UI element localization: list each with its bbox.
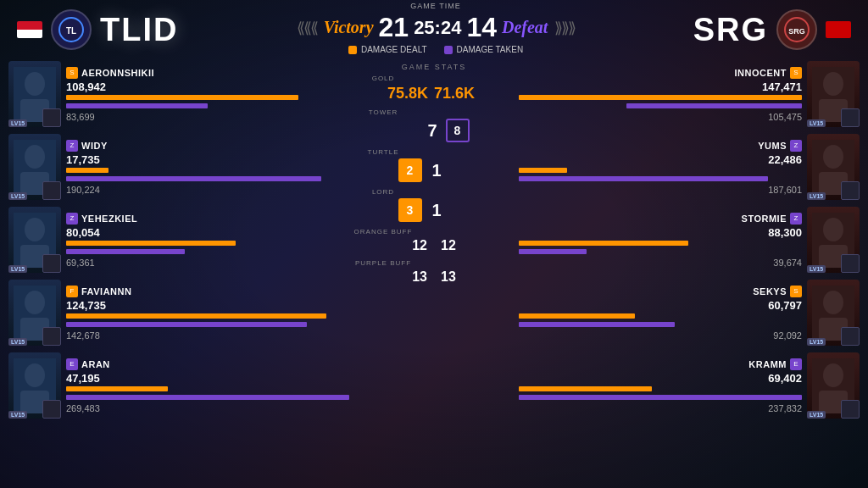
damage-taken-val: 269,483 [66, 403, 349, 413]
damage-dealt-val: 147,471 [762, 80, 802, 93]
player-name: INNOCENT [735, 68, 787, 78]
team-right: SRG SRG [693, 9, 851, 50]
player-row: LV15 E ARAN 47,195 269,483 [8, 351, 349, 420]
left-kills: 21 [379, 12, 409, 43]
level-badge: LV15 [807, 338, 826, 346]
svg-point-5 [25, 72, 45, 96]
flag-indonesia [17, 21, 42, 38]
hero-icon [841, 108, 860, 127]
player-info: S INNOCENT 147,471 105,475 [519, 67, 802, 122]
role-icon: Z [790, 213, 802, 225]
svg-point-26 [823, 218, 843, 241]
flag-malaysia [826, 21, 851, 38]
player-portrait: LV15 [8, 61, 61, 127]
player-info: E ARAN 47,195 269,483 [66, 358, 349, 413]
player-info: F FAVIANNN 124,735 142,678 [66, 286, 349, 341]
role-icon: E [790, 358, 802, 370]
player-row: LV15 Z YUMS 22,486 187,601 [519, 132, 860, 202]
player-name: AERONNSHIKII [81, 68, 154, 78]
dealt-bar [519, 95, 802, 100]
dealt-bar [66, 386, 168, 391]
dealt-bar [66, 313, 326, 319]
damage-taken-val: 190,224 [66, 185, 349, 195]
player-info: Z STORMIE 88,300 39,674 [519, 213, 802, 268]
player-row: LV15 S SEKYS 60,797 92,092 [519, 278, 860, 347]
svg-point-11 [25, 218, 45, 241]
dealt-bar [66, 95, 298, 100]
player-row: LV15 F FAVIANNN 124,735 142,678 [8, 278, 349, 347]
level-badge: LV15 [8, 265, 27, 273]
damage-dealt-val: 108,942 [66, 80, 349, 93]
damage-taken-val: 187,601 [768, 185, 802, 195]
main-grid: LV15 S AERONNSHIKII 108,942 83,699 [0, 59, 868, 420]
svg-point-23 [823, 145, 843, 169]
tlid-logo: TL [51, 9, 92, 50]
taken-bar [519, 322, 675, 327]
right-divider: ⟫⟫⟫ [554, 19, 575, 37]
level-badge: LV15 [8, 338, 27, 346]
level-badge: LV15 [8, 192, 27, 200]
svg-text:TL: TL [66, 26, 76, 36]
taken-bar [626, 103, 802, 108]
role-icon: S [790, 67, 802, 79]
player-info: Z WIDY 17,735 190,224 [66, 140, 349, 195]
svg-point-29 [823, 291, 843, 314]
player-portrait: LV15 [8, 207, 61, 273]
lord-label: LORD [349, 188, 417, 196]
svg-point-17 [25, 363, 45, 387]
level-badge: LV15 [8, 411, 27, 419]
dealt-bar [519, 241, 688, 246]
left-divider: ⟪⟪⟪ [297, 19, 317, 37]
role-icon: Z [66, 213, 78, 225]
player-info: Z YUMS 22,486 187,601 [519, 140, 802, 195]
player-info: S SEKYS 60,797 92,092 [519, 286, 802, 341]
damage-taken-val: 69,361 [66, 258, 349, 268]
taken-bar [66, 249, 185, 254]
purple-buff-right: 13 [434, 269, 481, 285]
player-info: S AERONNSHIKII 108,942 83,699 [66, 67, 349, 122]
game-time-label: GAME TIME [410, 2, 460, 10]
player-name: YEHEZKIEL [81, 214, 137, 224]
taken-bar [66, 103, 208, 108]
damage-legend: DAMAGE DEALT DAMAGE TAKEN [348, 45, 523, 54]
game-stats-title: GAME STATS [349, 63, 519, 71]
damage-dealt-val: 124,735 [66, 299, 349, 312]
dealt-bar [519, 313, 635, 319]
taken-legend-label: DAMAGE TAKEN [457, 45, 524, 54]
taken-bar [66, 322, 307, 327]
player-portrait: LV15 [8, 280, 61, 346]
player-row: LV15 S AERONNSHIKII 108,942 83,699 [8, 59, 349, 129]
damage-dealt-val: 17,735 [66, 153, 349, 166]
taken-bar [66, 395, 349, 400]
players-left-list: LV15 S AERONNSHIKII 108,942 83,699 [8, 59, 349, 420]
damage-dealt-val: 47,195 [66, 372, 349, 385]
srg-logo: SRG [776, 9, 817, 50]
orange-buff-label: ORANGE BUFF [349, 228, 417, 236]
gold-right: 71.6K [434, 85, 481, 103]
orange-buff-right: 12 [434, 238, 481, 253]
role-icon: S [790, 286, 802, 297]
team-left-name: TLID [100, 12, 178, 48]
taken-legend-dot [444, 46, 453, 54]
taken-bar [66, 176, 321, 181]
damage-taken-val: 39,674 [773, 258, 802, 268]
role-icon: E [66, 358, 78, 370]
hero-icon [841, 400, 860, 419]
player-name: FAVIANNN [81, 286, 131, 297]
lord-right: 1 [427, 201, 474, 220]
turtle-right: 1 [427, 161, 474, 180]
players-right-list: LV15 S INNOCENT 147,471 105,475 [519, 59, 860, 420]
right-kills: 14 [466, 12, 497, 43]
damage-dealt-val: 22,486 [768, 153, 802, 166]
turtle-label: TURTLE [349, 148, 417, 156]
purple-buff-left: 13 [387, 269, 434, 285]
player-row: LV15 E KRAMM 69,402 237,832 [519, 351, 860, 420]
player-portrait: LV15 [807, 207, 860, 273]
player-info: Z YEHEZKIEL 80,054 69,361 [66, 213, 349, 268]
dealt-legend-dot [348, 46, 357, 54]
game-time: 25:24 [414, 17, 461, 39]
damage-dealt-val: 88,300 [768, 226, 802, 239]
level-badge: LV15 [807, 411, 826, 419]
dealt-bar [519, 386, 652, 391]
player-row: LV15 S INNOCENT 147,471 105,475 [519, 59, 860, 129]
